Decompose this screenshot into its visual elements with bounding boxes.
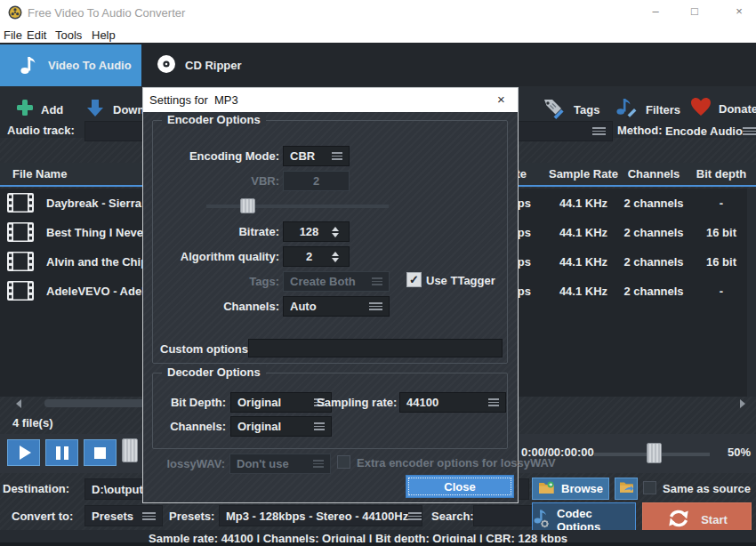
- encoding-mode-dropdown[interactable]: CBR: [283, 146, 350, 166]
- sampling-rate-label: Sampling rate:: [317, 396, 395, 409]
- window-title: Free Video To Audio Converter: [28, 6, 185, 20]
- vbr-slider-handle[interactable]: [240, 198, 255, 213]
- use-ttagger-checkbox[interactable]: [406, 272, 422, 287]
- custom-options-label: Custom options:: [160, 342, 252, 356]
- download-button[interactable]: Down: [85, 98, 144, 121]
- dropdown-lines-icon: [314, 422, 325, 430]
- sampling-rate-value: 44100: [406, 396, 438, 409]
- channels-dropdown[interactable]: Auto: [283, 296, 390, 317]
- close-button[interactable]: ×: [729, 4, 749, 18]
- pause-icon: [56, 446, 68, 460]
- seek-slider-handle[interactable]: [647, 443, 662, 463]
- vbr-slider-track[interactable]: [206, 205, 389, 208]
- method-label: Method:: [617, 124, 663, 137]
- note-gear-icon: [533, 509, 551, 531]
- open-output-folder-button[interactable]: [615, 478, 638, 500]
- encoder-options-group: Encoder Options Encoding Mode: CBR VBR: …: [152, 120, 508, 364]
- dialog-titlebar: Settings for MP3 ×: [143, 88, 518, 112]
- tab-cd-ripper[interactable]: CD Ripper: [142, 44, 253, 86]
- browse-button[interactable]: Browse: [532, 478, 609, 500]
- bit-depth-label: Bit Depth:: [153, 396, 226, 409]
- dropdown-lines-icon: [332, 152, 342, 160]
- extra-lossywav-label: Extra encoder options for lossyWAV: [357, 456, 556, 470]
- decoder-channels-value: Original: [237, 420, 281, 433]
- sampling-rate-dropdown[interactable]: 44100: [399, 392, 506, 413]
- browse-label: Browse: [561, 482, 603, 495]
- menu-tools[interactable]: Tools: [55, 28, 82, 42]
- bitrate-value: 128: [290, 225, 328, 238]
- method-dropdown[interactable]: Encode Audio: [665, 121, 754, 141]
- minimize-button[interactable]: –: [646, 4, 665, 18]
- bitrate-stepper[interactable]: 128: [283, 221, 350, 242]
- extra-lossywav-checkbox: [337, 455, 350, 469]
- lossywav-label: lossyWAV:: [152, 457, 225, 470]
- decoder-channels-dropdown[interactable]: Original: [230, 416, 332, 437]
- menubar: File Edit Tools Help: [0, 25, 756, 43]
- tag-pencil-icon: [543, 97, 567, 123]
- app-window: Free Video To Audio Converter – □ × File…: [0, 0, 756, 546]
- cell-channels: 2 channels: [618, 255, 689, 269]
- note-pencil-icon: [615, 96, 639, 123]
- convert-to-value: Presets: [92, 510, 133, 523]
- tags-label: Tags:: [153, 275, 279, 288]
- filmstrip-icon: [7, 222, 34, 245]
- codec-options-label: Codec Options: [557, 507, 635, 534]
- refresh-arrows-icon: [666, 507, 691, 534]
- tab-video-to-audio[interactable]: Video To Audio: [0, 44, 141, 86]
- convert-to-dropdown[interactable]: Presets: [84, 505, 163, 526]
- same-as-source-checkbox[interactable]: [643, 481, 656, 494]
- encoding-mode-label: Encoding Mode:: [153, 149, 279, 163]
- scroll-right-icon[interactable]: [740, 399, 745, 408]
- dialog-close-button[interactable]: Close: [406, 475, 514, 498]
- tags-button[interactable]: Tags: [543, 97, 599, 123]
- pause-button[interactable]: [45, 439, 78, 466]
- folder-open-icon: [538, 481, 555, 497]
- menu-edit[interactable]: Edit: [27, 28, 46, 42]
- filmstrip-icon: [7, 193, 34, 216]
- col-file-name[interactable]: File Name: [12, 167, 67, 181]
- spinner-arrows-icon[interactable]: [328, 252, 342, 262]
- dropdown-lines-icon: [743, 127, 756, 135]
- titlebar: Free Video To Audio Converter – □ × File…: [0, 0, 756, 43]
- volume-slider-handle[interactable]: [122, 438, 138, 462]
- dialog-close-icon[interactable]: ×: [497, 92, 505, 107]
- decoder-options-group: Decoder Options Bit Depth: Original Samp…: [152, 373, 508, 449]
- audio-track-label: Audio track:: [7, 124, 75, 137]
- tags-dropdown: Create Both: [283, 271, 390, 292]
- cd-icon: [157, 54, 176, 77]
- spinner-arrows-icon[interactable]: [328, 227, 342, 237]
- download-arrow-icon: [85, 98, 105, 121]
- play-button[interactable]: [7, 439, 40, 466]
- menu-file[interactable]: File: [4, 28, 22, 42]
- col-bit-depth[interactable]: Bit depth: [686, 167, 756, 181]
- stop-button[interactable]: [84, 439, 117, 466]
- start-label: Start: [701, 513, 728, 526]
- dropdown-lines-icon: [313, 460, 324, 468]
- algorithm-quality-label: Algorithm quality:: [153, 250, 279, 263]
- search-input[interactable]: [473, 505, 535, 526]
- bit-depth-value: Original: [237, 396, 281, 409]
- same-as-source-label: Same as source: [663, 482, 751, 495]
- cell-channels: 2 channels: [618, 285, 689, 298]
- scroll-left-icon[interactable]: [16, 399, 21, 408]
- presets-dropdown[interactable]: Mp3 - 128kbps - Stereo - 44100Hz: [219, 505, 422, 526]
- menu-help[interactable]: Help: [92, 28, 116, 42]
- tags-value: Create Both: [290, 275, 356, 288]
- cell-sample-rate: 44.1 KHz: [539, 285, 628, 298]
- add-button[interactable]: Add: [16, 99, 63, 120]
- channels-value: Auto: [290, 300, 317, 313]
- col-sample-rate[interactable]: Sample Rate: [539, 167, 628, 181]
- custom-options-input[interactable]: [248, 339, 503, 357]
- use-ttagger-label: Use TTagger: [426, 274, 495, 287]
- channels-label: Channels:: [153, 300, 279, 313]
- maximize-button[interactable]: □: [685, 4, 704, 18]
- filters-button[interactable]: Filters: [615, 96, 680, 123]
- cell-bit-depth: -: [686, 197, 756, 210]
- add-plus-icon: [16, 99, 34, 120]
- algorithm-quality-stepper[interactable]: 2: [283, 246, 350, 267]
- dialog-close-label: Close: [444, 480, 475, 494]
- stop-icon: [94, 447, 106, 459]
- dropdown-lines-icon: [592, 127, 606, 135]
- col-channels[interactable]: Channels: [618, 167, 689, 181]
- donate-button[interactable]: Donate: [690, 97, 756, 120]
